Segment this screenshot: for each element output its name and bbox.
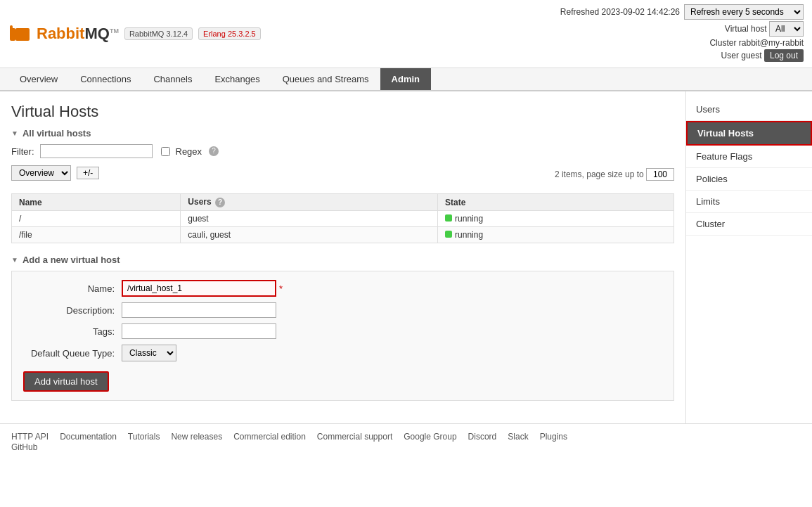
name-label: Name: [23, 283, 122, 294]
users-help-icon[interactable]: ? [215, 198, 225, 207]
cluster-label: Cluster [709, 38, 736, 48]
add-vhost-form: Name: * Description: Tags: Default Queue… [11, 271, 674, 401]
page-size-input[interactable] [646, 168, 674, 181]
queue-type-row: Default Queue Type: Classic Quorum Strea… [23, 345, 662, 361]
content-area: Virtual Hosts ▼ All virtual hosts Filter… [0, 91, 812, 423]
vhost-name-cell: /file [12, 227, 181, 243]
sidebar-item-cluster[interactable]: Cluster [686, 213, 812, 236]
nav-queues[interactable]: Queues and Streams [271, 68, 380, 90]
footer-link[interactable]: Discord [468, 432, 497, 442]
items-count: 2 items, page size up to [555, 168, 674, 181]
status-dot [445, 231, 452, 238]
regex-help-icon[interactable]: ? [209, 146, 219, 156]
footer-link[interactable]: New releases [171, 432, 222, 442]
all-vhosts-section-header: ▼ All virtual hosts [11, 128, 674, 139]
footer-link[interactable]: Plugins [540, 432, 567, 442]
user-label: User [721, 51, 739, 60]
refresh-select[interactable]: Refresh every 5 seconds Refresh every 10… [684, 4, 804, 20]
add-vhost-section-header: ▼ Add a new virtual host [11, 255, 674, 265]
main-nav: Overview Connections Channels Exchanges … [0, 68, 812, 91]
sidebar-item-limits[interactable]: Limits [686, 191, 812, 213]
footer-link[interactable]: Slack [508, 432, 528, 442]
cluster-value: rabbit@my-rabbit [739, 38, 804, 48]
sidebar-item-feature-flags[interactable]: Feature Flags [686, 146, 812, 168]
required-star: * [279, 283, 283, 294]
sidebar: Users Virtual Hosts Feature Flags Polici… [685, 91, 812, 423]
nav-admin[interactable]: Admin [380, 68, 431, 90]
regex-label: Regex [176, 146, 202, 157]
footer-link[interactable]: GitHub [11, 442, 37, 452]
footer-link[interactable]: Documentation [60, 432, 117, 442]
plusminus-button[interactable]: +/- [77, 167, 99, 179]
col-name: Name [12, 194, 181, 211]
add-vhost-label: Add a new virtual host [22, 255, 120, 265]
vhost-state-cell: running [438, 211, 674, 227]
tags-row: Tags: [23, 323, 662, 339]
top-right: Refreshed 2023-09-02 14:42:26 Refresh ev… [560, 4, 804, 63]
name-input[interactable] [122, 280, 276, 297]
regex-checkbox[interactable] [161, 147, 170, 156]
description-label: Description: [23, 305, 122, 316]
sidebar-item-virtual-hosts[interactable]: Virtual Hosts [686, 121, 812, 146]
queue-type-label: Default Queue Type: [23, 348, 122, 359]
rabbit-logo [8, 23, 31, 45]
nav-connections[interactable]: Connections [69, 68, 142, 90]
user-value: guest [741, 51, 761, 60]
columns-row: Overview +/- [11, 165, 99, 181]
logout-button[interactable]: Log out [764, 49, 804, 62]
filter-row: Filter: Regex ? [11, 144, 674, 158]
page-title: Virtual Hosts [11, 103, 674, 121]
columns-select[interactable]: Overview [11, 165, 71, 181]
nav-exchanges[interactable]: Exchanges [203, 68, 271, 90]
vhost-label: Virtual host [725, 24, 767, 34]
vhost-name-cell: / [12, 211, 181, 227]
sidebar-item-policies[interactable]: Policies [686, 168, 812, 191]
filter-input[interactable] [40, 144, 153, 158]
top-bar: RabbitMQTM RabbitMQ 3.12.4 Erlang 25.3.2… [0, 0, 812, 68]
rabbitmq-version: RabbitMQ 3.12.4 [124, 27, 193, 40]
vhost-select[interactable]: All / /file [769, 21, 804, 37]
queue-type-select[interactable]: Classic Quorum Stream [122, 345, 176, 361]
footer-links: HTTP APIDocumentationTutorialsNew releas… [11, 431, 579, 452]
toggle-arrow[interactable]: ▼ [11, 129, 18, 137]
svg-rect-1 [10, 25, 13, 31]
tags-input[interactable] [122, 323, 276, 339]
footer-link[interactable]: Commercial edition [233, 432, 306, 442]
footer-link[interactable]: HTTP API [11, 432, 49, 442]
filter-label: Filter: [11, 146, 34, 157]
footer-link[interactable]: Tutorials [128, 432, 160, 442]
vhost-users-cell: cauli, guest [181, 227, 438, 243]
all-vhosts-label: All virtual hosts [22, 128, 91, 139]
logo-rabbit-text: RabbitMQTM [37, 25, 119, 43]
footer-link[interactable]: Commercial support [317, 432, 392, 442]
vhost-name-link[interactable]: /file [19, 230, 32, 240]
table-row: / guest running [12, 211, 674, 227]
tags-label: Tags: [23, 326, 122, 337]
add-vhost-button[interactable]: Add virtual host [23, 371, 109, 392]
footer-link[interactable]: Google Group [404, 432, 456, 442]
logo-svg [8, 23, 31, 45]
nav-channels[interactable]: Channels [142, 68, 203, 90]
col-users: Users ? [181, 194, 438, 211]
add-toggle-arrow[interactable]: ▼ [11, 256, 18, 264]
refreshed-label: Refreshed 2023-09-02 14:42:26 [560, 7, 680, 17]
vhost-state-cell: running [438, 227, 674, 243]
name-row: Name: * [23, 280, 662, 297]
svg-rect-2 [15, 28, 30, 41]
status-dot [445, 214, 452, 222]
col-state: State [438, 194, 674, 211]
main-content: Virtual Hosts ▼ All virtual hosts Filter… [0, 91, 685, 423]
vhost-name-link[interactable]: / [19, 214, 21, 224]
description-row: Description: [23, 302, 662, 318]
description-input[interactable] [122, 302, 276, 318]
vhost-users-cell: guest [181, 211, 438, 227]
footer: HTTP APIDocumentationTutorialsNew releas… [0, 423, 812, 459]
nav-overview[interactable]: Overview [8, 68, 69, 90]
logo-area: RabbitMQTM RabbitMQ 3.12.4 Erlang 25.3.2… [8, 23, 261, 45]
table-row: /file cauli, guest running [12, 227, 674, 243]
vhost-table: Name Users ? State / guest running /file… [11, 193, 674, 243]
sidebar-item-users[interactable]: Users [686, 98, 812, 121]
erlang-version: Erlang 25.3.2.5 [198, 27, 261, 40]
